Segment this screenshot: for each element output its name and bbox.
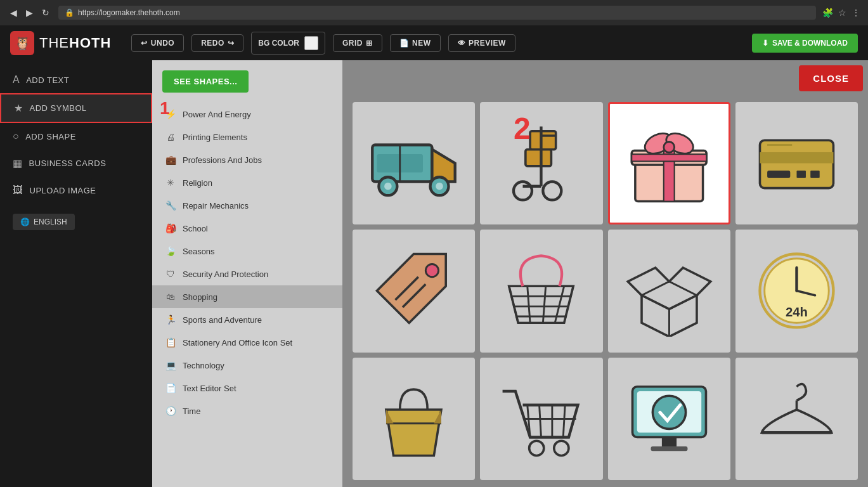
icon-price-tag[interactable] bbox=[353, 230, 475, 352]
cat-item-repair[interactable]: 🔧 Repair Mechanics bbox=[152, 194, 342, 217]
svg-text:24h: 24h bbox=[786, 305, 808, 319]
icon-online-shop[interactable] bbox=[608, 358, 730, 480]
icon-shopping-basket[interactable] bbox=[480, 230, 602, 352]
svg-point-5 bbox=[436, 183, 443, 190]
cat-item-sports[interactable]: 🏃 Sports and Adventure bbox=[152, 308, 342, 331]
icon-open-box[interactable] bbox=[608, 230, 730, 352]
icon-credit-card[interactable] bbox=[735, 102, 858, 224]
icon-gift-box[interactable] bbox=[608, 102, 730, 224]
svg-rect-26 bbox=[810, 171, 819, 178]
sidebar-item-add-symbol[interactable]: ★ ADD SYMBOL 1 bbox=[0, 93, 152, 123]
new-button[interactable]: 📄 NEW bbox=[390, 34, 441, 52]
shopping-icon: 🛍 bbox=[165, 292, 176, 302]
text-icon: A bbox=[13, 74, 20, 86]
cat-item-professions[interactable]: 💼 Professions And Jobs bbox=[152, 148, 342, 171]
refresh-button[interactable]: ↻ bbox=[39, 6, 52, 19]
svg-point-54 bbox=[652, 396, 685, 429]
icon-shopping-cart[interactable] bbox=[480, 358, 602, 480]
svg-rect-9 bbox=[526, 150, 552, 166]
cat-item-religion[interactable]: ✳ Religion bbox=[152, 171, 342, 194]
svg-point-50 bbox=[529, 441, 544, 455]
star-icon: ★ bbox=[14, 102, 23, 114]
svg-point-28 bbox=[425, 264, 438, 277]
logo-owl-icon: 🦉 bbox=[10, 31, 34, 55]
cat-item-printing[interactable]: 🖨 Printing Elements bbox=[152, 126, 342, 148]
svg-rect-22 bbox=[760, 140, 833, 188]
redo-button[interactable]: REDO ↪ bbox=[191, 34, 243, 52]
svg-line-46 bbox=[540, 405, 541, 437]
globe-icon: 🌐 bbox=[20, 218, 30, 226]
close-button[interactable]: CLOSE bbox=[799, 65, 863, 91]
icon-shopping-bag[interactable] bbox=[353, 358, 475, 480]
laptop-icon: 💻 bbox=[165, 360, 176, 370]
cat-item-technology[interactable]: 💻 Technology bbox=[152, 354, 342, 377]
icon-delivery-truck[interactable] bbox=[353, 102, 475, 224]
text-editor-icon: 📄 bbox=[165, 383, 176, 393]
sidebar-item-add-shape[interactable]: ○ ADD SHAPE bbox=[0, 123, 152, 150]
cat-item-seasons[interactable]: 🍃 Seasons bbox=[152, 240, 342, 263]
new-icon: 📄 bbox=[399, 39, 410, 48]
upload-icon: 🖼 bbox=[13, 185, 23, 196]
forward-button[interactable]: ▶ bbox=[23, 6, 36, 19]
grid-button[interactable]: GRID ⊞ bbox=[333, 34, 382, 52]
icon-24h-delivery[interactable]: 24h bbox=[735, 230, 858, 352]
svg-point-51 bbox=[554, 441, 569, 455]
color-swatch bbox=[304, 36, 318, 50]
leaf-icon: 🍃 bbox=[165, 246, 176, 256]
preview-button[interactable]: 👁 PREVIEW bbox=[448, 34, 515, 52]
cat-item-school[interactable]: 🎒 School bbox=[152, 217, 342, 240]
icon-clothes-hanger[interactable] bbox=[735, 358, 858, 480]
sports-icon: 🏃 bbox=[165, 315, 176, 325]
icon-hand-truck[interactable] bbox=[480, 102, 602, 224]
category-panel: SEE SHAPES... ⚡ Power And Energy 🖨 Print… bbox=[152, 60, 342, 487]
cards-icon: ▦ bbox=[13, 157, 23, 169]
cat-item-stationery[interactable]: 📋 Stationery And Office Icon Set bbox=[152, 331, 342, 354]
svg-rect-18 bbox=[632, 155, 706, 162]
preview-icon: 👁 bbox=[458, 39, 466, 48]
clipboard-icon: 📋 bbox=[165, 337, 176, 347]
browser-nav: ◀ ▶ ↻ bbox=[8, 6, 52, 19]
logo-text: THEHOTH bbox=[39, 35, 111, 51]
svg-rect-23 bbox=[760, 152, 833, 163]
shape-icon: ○ bbox=[13, 131, 19, 142]
svg-rect-8 bbox=[530, 131, 556, 150]
language-button[interactable]: 🌐 ENGLISH bbox=[13, 214, 75, 230]
svg-rect-25 bbox=[796, 171, 805, 178]
printer-icon: 🖨 bbox=[165, 132, 176, 142]
briefcase-icon: 💼 bbox=[165, 155, 176, 165]
step1-badge: 1 bbox=[160, 98, 170, 119]
undo-icon: ↩ bbox=[141, 39, 148, 48]
see-shapes-button[interactable]: SEE SHAPES... bbox=[162, 70, 249, 93]
sidebar-item-add-text[interactable]: A ADD TEXT bbox=[0, 67, 152, 93]
sidebar-item-business-cards[interactable]: ▦ BUSINESS CARDS bbox=[0, 150, 152, 177]
address-bar[interactable]: 🔒 https://logomaker.thehoth.com bbox=[58, 6, 816, 20]
app-header: 🦉 THEHOTH ↩ UNDO REDO ↪ BG COLOR GRID ⊞ … bbox=[0, 25, 868, 60]
icon-grid: 24h bbox=[353, 102, 858, 480]
settings-icon[interactable]: ⋮ bbox=[852, 8, 860, 18]
cat-item-shopping[interactable]: 🛍 Shopping bbox=[152, 285, 342, 308]
clock-icon: 🕐 bbox=[165, 406, 176, 416]
back-button[interactable]: ◀ bbox=[8, 6, 20, 19]
svg-rect-55 bbox=[662, 437, 677, 446]
shield-icon: 🛡 bbox=[165, 269, 176, 279]
cat-item-power-energy[interactable]: ⚡ Power And Energy bbox=[152, 103, 342, 126]
save-download-button[interactable]: ⬇ SAVE & DOWNLOAD bbox=[752, 34, 858, 53]
extension-icon[interactable]: 🧩 bbox=[822, 8, 833, 18]
bookmark-icon[interactable]: ☆ bbox=[838, 8, 846, 18]
grid-icon: ⊞ bbox=[366, 39, 373, 48]
undo-button[interactable]: ↩ UNDO bbox=[131, 34, 184, 52]
svg-point-12 bbox=[514, 182, 532, 200]
cat-item-security[interactable]: 🛡 Security And Protection bbox=[152, 263, 342, 285]
sidebar-item-upload-image[interactable]: 🖼 UPLOAD IMAGE bbox=[0, 177, 152, 204]
cat-item-time[interactable]: 🕐 Time bbox=[152, 399, 342, 422]
url-text: https://logomaker.thehoth.com bbox=[78, 8, 180, 17]
download-icon: ⬇ bbox=[762, 39, 768, 48]
svg-rect-24 bbox=[767, 171, 790, 178]
bg-color-button[interactable]: BG COLOR bbox=[251, 32, 325, 55]
wrench-icon: 🔧 bbox=[165, 200, 176, 211]
browser-bar: ◀ ▶ ↻ 🔒 https://logomaker.thehoth.com 🧩 … bbox=[0, 0, 868, 25]
sidebar: A ADD TEXT ★ ADD SYMBOL 1 ○ ADD SHAPE ▦ … bbox=[0, 60, 152, 487]
cat-item-text-editor[interactable]: 📄 Text Editor Set bbox=[152, 377, 342, 399]
main-area: A ADD TEXT ★ ADD SYMBOL 1 ○ ADD SHAPE ▦ … bbox=[0, 60, 868, 487]
lock-icon: 🔒 bbox=[65, 8, 74, 17]
